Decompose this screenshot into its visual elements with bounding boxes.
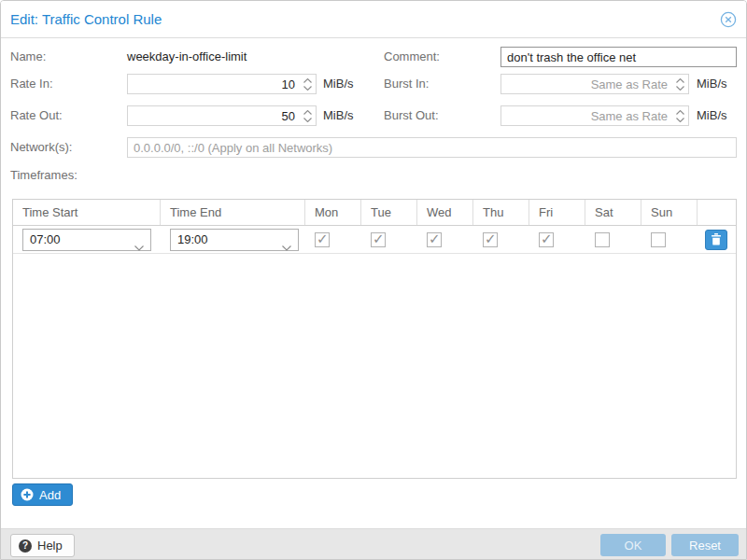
burst-in-input[interactable] bbox=[501, 75, 671, 93]
column-header-tue[interactable]: Tue bbox=[361, 200, 417, 225]
spinner-arrows-icon[interactable] bbox=[299, 75, 316, 93]
trash-icon bbox=[711, 233, 722, 245]
burst-in-label: Burst In: bbox=[384, 74, 429, 94]
name-value: weekday-in-office-limit bbox=[127, 47, 247, 67]
spinner-arrows-icon[interactable] bbox=[671, 106, 688, 125]
question-circle-icon bbox=[19, 539, 32, 553]
column-header-fri[interactable]: Fri bbox=[529, 200, 585, 225]
sun-checkbox[interactable] bbox=[651, 232, 666, 247]
column-header-time-start[interactable]: Time Start bbox=[13, 200, 161, 225]
time-start-value: 07:00 bbox=[30, 230, 61, 250]
comment-input[interactable] bbox=[500, 47, 737, 67]
burst-out-input[interactable] bbox=[501, 106, 671, 125]
column-header-time-end[interactable]: Time End bbox=[161, 200, 305, 225]
chevron-down-icon bbox=[134, 238, 144, 255]
column-header-actions bbox=[698, 200, 736, 225]
add-button[interactable]: Add bbox=[12, 483, 73, 506]
column-header-thu[interactable]: Thu bbox=[473, 200, 529, 225]
time-end-value: 19:00 bbox=[177, 230, 208, 250]
rate-in-label: Rate In: bbox=[10, 74, 53, 94]
delete-row-button[interactable] bbox=[705, 230, 727, 250]
rate-out-spinner bbox=[127, 105, 317, 126]
timeframes-table: Time Start Time End Mon Tue Wed Thu Fri … bbox=[12, 199, 737, 479]
column-header-wed[interactable]: Wed bbox=[417, 200, 473, 225]
name-label: Name: bbox=[10, 47, 46, 67]
tue-checkbox[interactable] bbox=[371, 232, 386, 247]
rate-in-spinner bbox=[127, 74, 317, 94]
burst-out-unit: MiB/s bbox=[697, 105, 727, 126]
ok-button[interactable]: OK bbox=[600, 534, 666, 556]
spinner-arrows-icon[interactable] bbox=[299, 106, 316, 125]
burst-out-label: Burst Out: bbox=[384, 105, 439, 126]
close-icon[interactable] bbox=[720, 11, 737, 28]
networks-label: Network(s): bbox=[10, 137, 72, 158]
chevron-down-icon bbox=[282, 238, 291, 255]
wed-checkbox[interactable] bbox=[427, 232, 442, 247]
timeframe-row: 07:00 19:00 bbox=[13, 226, 736, 254]
column-header-mon[interactable]: Mon bbox=[305, 200, 361, 225]
mon-checkbox[interactable] bbox=[315, 232, 330, 247]
rate-out-unit: MiB/s bbox=[323, 105, 354, 126]
sat-checkbox[interactable] bbox=[595, 232, 610, 247]
traffic-control-rule-dialog: Edit: Traffic Control Rule Name: weekday… bbox=[0, 0, 747, 560]
timeframes-label: Timeframes: bbox=[10, 165, 78, 186]
reset-button[interactable]: Reset bbox=[671, 534, 739, 556]
rate-out-label: Rate Out: bbox=[10, 105, 63, 126]
networks-input[interactable] bbox=[127, 137, 737, 158]
time-end-combo[interactable]: 19:00 bbox=[170, 229, 299, 251]
comment-label: Comment: bbox=[384, 47, 440, 67]
time-start-combo[interactable]: 07:00 bbox=[22, 229, 151, 251]
column-header-sat[interactable]: Sat bbox=[585, 200, 641, 225]
add-button-label: Add bbox=[39, 488, 61, 502]
plus-circle-icon bbox=[21, 488, 34, 501]
help-button-label: Help bbox=[37, 539, 63, 553]
dialog-footer: Help OK Reset bbox=[1, 528, 746, 560]
timeframes-table-header: Time Start Time End Mon Tue Wed Thu Fri … bbox=[13, 200, 736, 226]
burst-in-unit: MiB/s bbox=[697, 74, 727, 94]
thu-checkbox[interactable] bbox=[483, 232, 498, 247]
fri-checkbox[interactable] bbox=[539, 232, 554, 247]
rate-in-unit: MiB/s bbox=[323, 74, 354, 94]
dialog-titlebar: Edit: Traffic Control Rule bbox=[1, 1, 746, 38]
spinner-arrows-icon[interactable] bbox=[671, 75, 688, 93]
burst-in-spinner bbox=[500, 74, 689, 94]
rate-in-input[interactable] bbox=[128, 75, 299, 93]
dialog-title: Edit: Traffic Control Rule bbox=[10, 1, 162, 37]
rate-out-input[interactable] bbox=[128, 106, 299, 125]
help-button[interactable]: Help bbox=[10, 534, 75, 557]
burst-out-spinner bbox=[500, 105, 689, 126]
column-header-sun[interactable]: Sun bbox=[641, 200, 698, 225]
